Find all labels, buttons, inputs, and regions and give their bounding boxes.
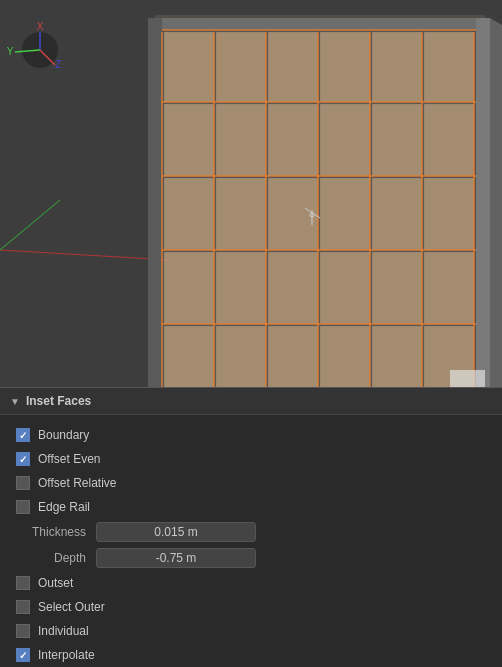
svg-rect-15 bbox=[216, 104, 266, 176]
offset-even-label: Offset Even bbox=[38, 452, 100, 466]
svg-rect-31 bbox=[424, 252, 474, 324]
edge-rail-checkbox[interactable] bbox=[16, 500, 30, 514]
interpolate-row: Interpolate bbox=[0, 643, 502, 667]
svg-rect-33 bbox=[216, 326, 266, 396]
offset-relative-checkbox[interactable] bbox=[16, 476, 30, 490]
svg-text:Z: Z bbox=[55, 59, 61, 70]
select-outer-checkbox[interactable] bbox=[16, 600, 30, 614]
outset-row: Outset bbox=[0, 571, 502, 595]
svg-rect-32 bbox=[164, 326, 214, 396]
thickness-input[interactable] bbox=[96, 522, 256, 542]
svg-rect-18 bbox=[372, 104, 422, 176]
boundary-label: Boundary bbox=[38, 428, 89, 442]
svg-rect-13 bbox=[424, 32, 474, 102]
svg-rect-21 bbox=[216, 178, 266, 250]
svg-rect-29 bbox=[320, 252, 370, 324]
svg-marker-6 bbox=[148, 18, 162, 415]
svg-rect-27 bbox=[216, 252, 266, 324]
offset-relative-row: Offset Relative bbox=[0, 471, 502, 495]
svg-text:X: X bbox=[37, 21, 44, 32]
edge-rail-label: Edge Rail bbox=[38, 500, 90, 514]
svg-rect-17 bbox=[320, 104, 370, 176]
interpolate-checkbox[interactable] bbox=[16, 648, 30, 662]
individual-label: Individual bbox=[38, 624, 89, 638]
svg-text:Y: Y bbox=[7, 46, 14, 57]
svg-rect-19 bbox=[424, 104, 474, 176]
outset-label: Outset bbox=[38, 576, 73, 590]
svg-rect-12 bbox=[372, 32, 422, 102]
svg-rect-11 bbox=[320, 32, 370, 102]
outset-checkbox[interactable] bbox=[16, 576, 30, 590]
svg-rect-23 bbox=[320, 178, 370, 250]
panel-content: Boundary Offset Even Offset Relative Edg… bbox=[0, 415, 502, 667]
depth-input[interactable] bbox=[96, 548, 256, 568]
boundary-row: Boundary bbox=[0, 423, 502, 447]
individual-row: Individual bbox=[0, 619, 502, 643]
svg-rect-8 bbox=[164, 32, 214, 102]
individual-checkbox[interactable] bbox=[16, 624, 30, 638]
select-outer-label: Select Outer bbox=[38, 600, 105, 614]
edge-rail-row: Edge Rail bbox=[0, 495, 502, 519]
svg-rect-36 bbox=[372, 326, 422, 396]
viewport-3d[interactable]: X Y Z bbox=[0, 0, 502, 420]
svg-rect-20 bbox=[164, 178, 214, 250]
offset-even-checkbox[interactable] bbox=[16, 452, 30, 466]
svg-rect-10 bbox=[268, 32, 318, 102]
svg-rect-14 bbox=[164, 104, 214, 176]
inset-faces-panel: ▼ Inset Faces Boundary Offset Even Offse… bbox=[0, 387, 502, 667]
thickness-label: Thickness bbox=[16, 525, 96, 539]
offset-even-row: Offset Even bbox=[0, 447, 502, 471]
svg-marker-56 bbox=[490, 18, 502, 415]
svg-marker-7 bbox=[476, 18, 490, 415]
panel-collapse-icon: ▼ bbox=[10, 396, 20, 407]
boundary-checkbox[interactable] bbox=[16, 428, 30, 442]
thickness-row: Thickness bbox=[0, 519, 502, 545]
svg-rect-9 bbox=[216, 32, 266, 102]
svg-rect-30 bbox=[372, 252, 422, 324]
depth-row: Depth bbox=[0, 545, 502, 571]
panel-title: Inset Faces bbox=[26, 394, 91, 408]
panel-header[interactable]: ▼ Inset Faces bbox=[0, 388, 502, 415]
svg-rect-28 bbox=[268, 252, 318, 324]
offset-relative-label: Offset Relative bbox=[38, 476, 116, 490]
svg-rect-35 bbox=[320, 326, 370, 396]
select-outer-row: Select Outer bbox=[0, 595, 502, 619]
svg-rect-34 bbox=[268, 326, 318, 396]
svg-marker-4 bbox=[148, 18, 490, 30]
interpolate-label: Interpolate bbox=[38, 648, 95, 662]
depth-label: Depth bbox=[16, 551, 96, 565]
svg-rect-26 bbox=[164, 252, 214, 324]
svg-rect-16 bbox=[268, 104, 318, 176]
svg-rect-25 bbox=[424, 178, 474, 250]
svg-rect-24 bbox=[372, 178, 422, 250]
